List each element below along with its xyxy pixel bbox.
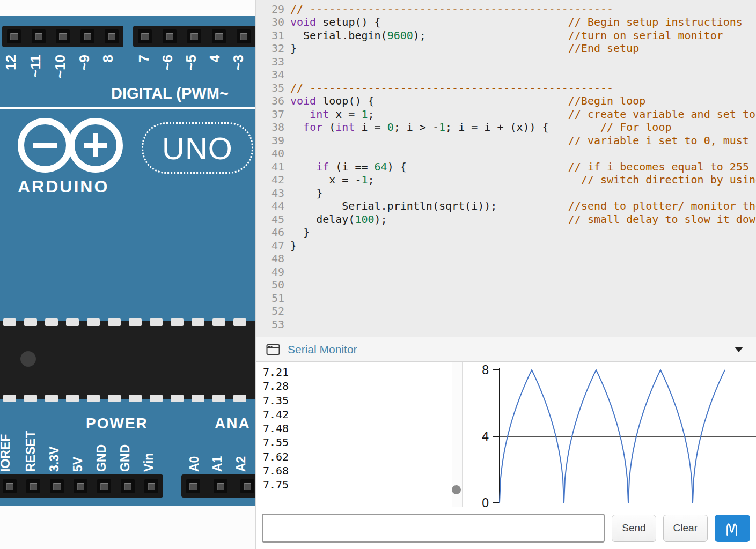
pin-label: IOREF — [0, 434, 13, 472]
arduino-brand-label: ARDUINO — [18, 177, 109, 197]
header-pin[interactable] — [97, 479, 111, 493]
code-line[interactable]: 38 for (int i = 0; i > -1; i = i + (x)) … — [256, 121, 756, 134]
code-line[interactable]: 42 x = -1; // switch direction by using … — [256, 173, 756, 187]
header-pin[interactable] — [74, 479, 87, 493]
pin-label: 3.3V — [47, 447, 62, 472]
code-line[interactable]: 37 int x = 1; // create variable and set… — [256, 108, 756, 121]
code-line[interactable]: 33 — [256, 55, 756, 69]
line-number: 41 — [256, 160, 290, 174]
code-line[interactable]: 41 if (i == 64) { // if i becomes equal … — [256, 160, 756, 174]
send-button[interactable]: Send — [612, 515, 656, 542]
line-number: 43 — [256, 187, 290, 200]
header-pin[interactable] — [138, 29, 152, 43]
code-line[interactable]: 46 } — [256, 226, 756, 239]
line-number: 45 — [256, 213, 290, 226]
header-pin[interactable] — [56, 29, 70, 43]
header-pin[interactable] — [163, 29, 177, 43]
collapse-chevron-icon[interactable] — [735, 347, 743, 352]
line-number: 29 — [256, 3, 290, 16]
chip-leg — [3, 395, 16, 402]
graph-toggle-button[interactable] — [715, 515, 750, 542]
chip-leg — [66, 395, 79, 402]
chip-legs-top — [3, 318, 246, 326]
power-section-label: POWER — [86, 415, 148, 432]
header-pin[interactable] — [121, 479, 135, 493]
pin-label: Vin — [142, 453, 156, 472]
serial-output-list[interactable]: 7.217.287.357.427.487.557.627.687.75 — [256, 362, 462, 507]
chip-dimple — [20, 351, 36, 367]
header-pin[interactable] — [144, 479, 158, 493]
serial-monitor-icon — [266, 344, 280, 355]
header-pin[interactable] — [214, 479, 227, 493]
code-line[interactable]: 43 } — [256, 187, 756, 200]
uno-model-label: UNO — [162, 130, 233, 166]
arduino-logo-icon — [10, 112, 132, 179]
serial-monitor-title: Serial Monitor — [288, 343, 357, 356]
serial-value: 7.28 — [263, 379, 462, 393]
line-number: 33 — [256, 55, 290, 69]
chip-leg — [192, 395, 204, 402]
header-pin[interactable] — [187, 29, 201, 43]
code-line[interactable]: 49 — [256, 265, 756, 279]
chip-leg — [129, 395, 142, 402]
code-line[interactable]: 39 // variable i set to 0, must be less … — [256, 134, 756, 147]
pin-label: GND — [118, 444, 133, 472]
code-line[interactable]: 36void loop() { //Begin loop — [256, 94, 756, 108]
code-line[interactable]: 40 — [256, 147, 756, 160]
digital-header-right — [133, 26, 255, 47]
code-line[interactable]: 35// -----------------------------------… — [256, 81, 756, 95]
code-line[interactable]: 29// -----------------------------------… — [256, 3, 756, 16]
header-pin[interactable] — [32, 29, 46, 43]
serial-output: 7.217.287.357.427.487.557.627.687.75 048 — [256, 362, 756, 507]
chip-leg — [3, 318, 16, 326]
power-header — [0, 474, 163, 498]
pin-label: 5V — [71, 457, 85, 472]
header-pin[interactable] — [212, 29, 226, 43]
line-number: 30 — [256, 16, 290, 29]
chip-leg — [150, 395, 163, 402]
pin-label: ~3 — [230, 55, 247, 71]
code-line[interactable]: 51 — [256, 292, 756, 305]
line-number: 35 — [256, 81, 290, 95]
analog-section-label: ANA — [215, 415, 251, 432]
chip-leg — [192, 318, 204, 326]
chip-leg — [171, 395, 184, 402]
header-pin[interactable] — [26, 479, 40, 493]
serial-send-input[interactable] — [262, 514, 605, 543]
svg-text:8: 8 — [482, 363, 489, 377]
code-editor[interactable]: 2829// ---------------------------------… — [256, 0, 756, 337]
code-line[interactable]: 32} //End setup — [256, 42, 756, 55]
pin-label: ~9 — [76, 55, 93, 71]
header-pin[interactable] — [50, 479, 64, 493]
code-line[interactable]: 47} — [256, 239, 756, 253]
header-pin[interactable] — [80, 29, 94, 43]
serial-monitor-header[interactable]: Serial Monitor — [256, 337, 756, 362]
line-number: 32 — [256, 42, 290, 55]
header-pin[interactable] — [7, 29, 21, 43]
line-number: 48 — [256, 252, 290, 265]
pin-label: A1 — [210, 456, 225, 472]
code-line[interactable]: 45 delay(100); // small delay to slow it… — [256, 213, 756, 226]
digital-section-label: DIGITAL (PWM~ — [111, 85, 229, 102]
code-line[interactable]: 53 — [256, 318, 756, 331]
code-lines: 2829// ---------------------------------… — [256, 0, 756, 331]
code-line[interactable]: 52 — [256, 305, 756, 318]
scrollbar-thumb[interactable] — [452, 485, 461, 494]
clear-button[interactable]: Clear — [663, 515, 708, 542]
code-line[interactable]: 50 — [256, 278, 756, 292]
header-pin[interactable] — [105, 29, 119, 43]
chip-legs-bottom — [3, 395, 246, 402]
code-line[interactable]: 48 — [256, 252, 756, 265]
code-line[interactable]: 44 Serial.println(sqrt(i)); //send to pl… — [256, 199, 756, 213]
header-pin[interactable] — [186, 479, 200, 493]
code-line[interactable]: 34 — [256, 68, 756, 81]
code-line[interactable]: 31 Serial.begin(9600); //turn on serial … — [256, 29, 756, 42]
arduino-board[interactable]: DIGITAL (PWM~ ARDUINO UNO POWER ANA — [0, 16, 255, 506]
header-pin[interactable] — [240, 479, 254, 493]
circuit-canvas[interactable]: DIGITAL (PWM~ ARDUINO UNO POWER ANA — [0, 0, 255, 549]
serial-value: 7.68 — [263, 464, 462, 478]
plotter-icon — [723, 519, 742, 537]
header-pin[interactable] — [237, 29, 251, 43]
header-pin[interactable] — [3, 479, 17, 493]
code-line[interactable]: 30void setup() { // Begin setup instruct… — [256, 16, 756, 29]
